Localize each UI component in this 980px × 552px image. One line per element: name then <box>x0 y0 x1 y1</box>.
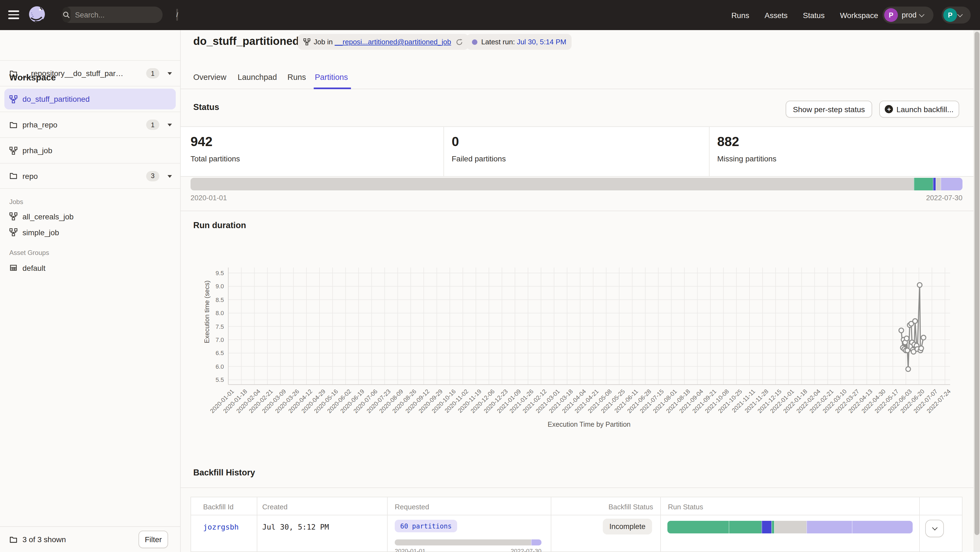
page-scrollbar-track[interactable] <box>974 30 980 552</box>
sidebar-item-label: __repository__do_stuff_partitio... <box>22 69 126 78</box>
caret-down-icon[interactable] <box>167 124 172 126</box>
col-backfill-id: Backfill Id <box>203 503 234 511</box>
divider <box>660 497 661 552</box>
nav-link-status[interactable]: Status <box>803 11 824 19</box>
hamburger-menu-icon[interactable] <box>8 10 19 19</box>
caret-down-icon[interactable] <box>167 175 172 178</box>
y-tick-label: 5.5 <box>205 376 224 383</box>
main-content: do_stuff_partitioned Job in __reposi...a… <box>181 30 974 552</box>
bar-segment <box>762 521 772 533</box>
bar-segment <box>806 521 852 533</box>
backfill-id-link[interactable]: jozrgsbh <box>203 522 239 531</box>
y-tick-label: 9.0 <box>205 283 224 290</box>
item-count-badge: 1 <box>146 119 159 130</box>
sidebar-item-repo[interactable]: repo 3 <box>0 163 180 189</box>
job-icon <box>9 146 18 155</box>
data-point[interactable] <box>921 335 926 340</box>
folder-icon <box>9 121 18 129</box>
requested-range-end: 2022-07-30 <box>432 547 541 552</box>
job-icon <box>9 95 18 103</box>
y-tick-label: 7.0 <box>205 336 224 343</box>
deployment-switcher[interactable]: P prod <box>883 6 934 24</box>
folder-icon <box>9 535 18 544</box>
col-run-status: Run Status <box>668 503 703 511</box>
asset-groups-section-label: Asset Groups <box>9 249 49 257</box>
run-status-bar[interactable] <box>667 521 913 533</box>
col-requested: Requested <box>395 503 429 511</box>
data-point[interactable] <box>905 348 910 352</box>
bar-segment <box>772 521 774 533</box>
divider <box>191 515 962 516</box>
chart-caption: Execution Time by Partition <box>228 421 950 428</box>
deployment-label: prod <box>902 11 916 19</box>
chevron-down-icon <box>919 11 924 17</box>
filter-button[interactable]: Filter <box>138 531 168 548</box>
data-point[interactable] <box>906 367 910 371</box>
bar-segment <box>667 521 729 533</box>
nav-link-assets[interactable]: Assets <box>765 11 788 19</box>
data-point[interactable] <box>919 346 924 351</box>
sidebar-job-label: simple_job <box>22 228 59 236</box>
y-tick-label: 8.0 <box>205 310 224 316</box>
requested-partition-bar <box>395 539 541 546</box>
sidebar-item-label: prha_repo <box>22 121 57 129</box>
topbar-nav: RunsAssetsStatusWorkspace <box>732 0 878 30</box>
sidebar-item-repository[interactable]: __repository__do_stuff_partitio... 1 <box>0 60 180 86</box>
global-search: / <box>62 6 162 23</box>
dagster-logo-icon[interactable] <box>27 5 47 25</box>
sidebar-item-label: do_stuff_partitioned <box>22 95 89 103</box>
sidebar-item-do-stuff-partitioned[interactable]: do_stuff_partitioned <box>0 86 180 112</box>
nav-link-workspace[interactable]: Workspace <box>840 11 878 19</box>
sidebar-job-simple-job[interactable]: simple_job <box>0 224 180 240</box>
top-navigation-bar: / RunsAssetsStatusWorkspace P prod P <box>0 0 980 30</box>
divider <box>387 497 388 552</box>
chevron-down-icon <box>932 525 937 530</box>
backfill-created: Jul 30, 5:12 PM <box>262 522 329 531</box>
search-input[interactable] <box>71 11 176 19</box>
y-tick-label: 6.5 <box>205 350 224 357</box>
item-count-badge: 3 <box>146 171 159 181</box>
sidebar-item-prha-repo[interactable]: prha_repo 1 <box>0 112 180 137</box>
chevron-down-icon <box>957 11 963 17</box>
y-tick-label: 7.5 <box>205 323 224 330</box>
workspace-sidebar: Workspace __repository__do_stuff_partiti… <box>0 30 181 552</box>
sidebar-job-all-cereals[interactable]: all_cereals_job <box>0 208 180 224</box>
divider <box>919 497 920 552</box>
dagster-app: / RunsAssetsStatusWorkspace P prod P Wor… <box>0 0 980 552</box>
sidebar-footer: 3 of 3 shown Filter <box>0 526 180 552</box>
nav-link-runs[interactable]: Runs <box>732 11 749 19</box>
search-shortcut-key: / <box>176 9 178 21</box>
job-icon <box>9 212 18 220</box>
expand-row-button[interactable] <box>925 520 944 537</box>
search-icon <box>62 7 71 22</box>
y-tick-label: 9.5 <box>205 270 224 276</box>
sidebar-asset-group-label: default <box>22 263 45 272</box>
sidebar-job-label: all_cereals_job <box>22 212 74 221</box>
bar-segment <box>395 539 531 546</box>
sidebar-item-label: prha_job <box>22 146 52 155</box>
user-menu[interactable]: P <box>942 6 971 24</box>
page-scrollbar-thumb[interactable] <box>974 32 979 535</box>
sidebar-item-label: repo <box>22 171 38 180</box>
bar-segment <box>729 521 762 533</box>
requested-partitions-badge[interactable]: 60 partitions <box>395 520 457 532</box>
repos-shown-count: 3 of 3 shown <box>22 535 66 544</box>
bar-segment <box>531 539 541 546</box>
y-tick-label: 6.0 <box>205 363 224 370</box>
data-point[interactable] <box>917 282 922 287</box>
sidebar-asset-group-default[interactable]: default <box>0 260 180 276</box>
data-point[interactable] <box>913 319 917 323</box>
item-count-badge: 1 <box>146 68 159 79</box>
sidebar-item-prha-job[interactable]: prha_job <box>0 137 180 163</box>
folder-icon <box>9 172 18 180</box>
backfill-status-badge: Incomplete <box>603 519 652 535</box>
bar-segment <box>774 521 806 533</box>
caret-down-icon[interactable] <box>167 72 172 75</box>
data-point[interactable] <box>899 328 904 333</box>
backfill-history-table: Backfill Id Created Requested Backfill S… <box>191 497 963 552</box>
folder-icon <box>9 69 18 78</box>
user-avatar: P <box>943 8 957 22</box>
asset-group-grid-icon <box>9 264 18 272</box>
data-point[interactable] <box>904 336 909 341</box>
col-backfill-status: Backfill Status <box>551 503 653 511</box>
